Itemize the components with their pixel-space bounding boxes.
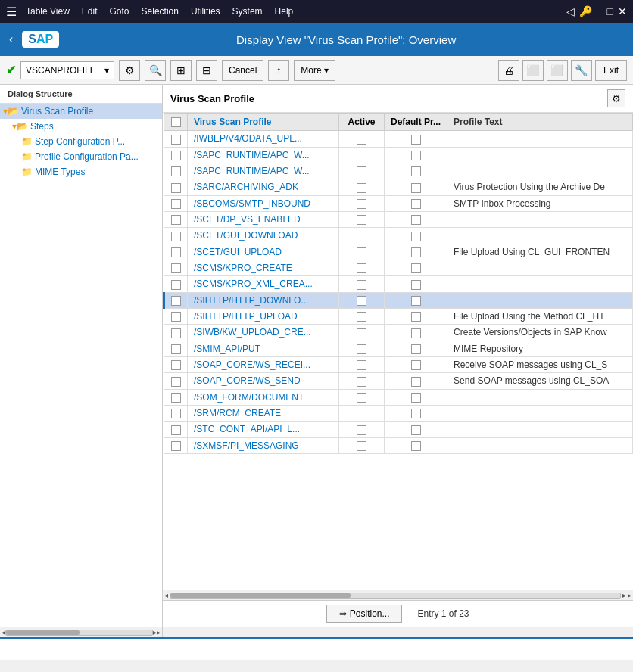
profile-input[interactable]	[26, 65, 101, 76]
row-checkbox[interactable]	[164, 292, 188, 308]
exit-button[interactable]: Exit	[595, 60, 627, 81]
row-checkbox[interactable]	[164, 147, 188, 163]
row-default[interactable]	[385, 341, 447, 356]
row-checkbox[interactable]	[164, 131, 188, 147]
back-icon[interactable]: ◁	[566, 5, 575, 17]
menu-utilities[interactable]: Utilities	[191, 6, 220, 17]
row-default[interactable]	[385, 179, 447, 195]
table-row[interactable]: /SBCOMS/SMTP_INBOUNDSMTP Inbox Processin…	[164, 195, 633, 211]
row-default[interactable]	[385, 163, 447, 179]
row-active[interactable]	[339, 244, 385, 260]
row-active[interactable]	[339, 308, 385, 324]
table-row[interactable]: /SIWB/KW_UPLOAD_CRE...Create Versions/Ob…	[164, 325, 633, 341]
sidebar-item-virus-scan-profile[interactable]: ▾📂 Virus Scan Profile	[0, 104, 162, 119]
table-row[interactable]: /SMIM_API/PUTMIME Repository	[164, 341, 633, 356]
row-active[interactable]	[339, 163, 385, 179]
toolbar-btn5[interactable]: ⬜	[522, 60, 544, 81]
row-default[interactable]	[385, 389, 447, 405]
row-default[interactable]	[385, 356, 447, 372]
col-header-text[interactable]: Profile Text	[447, 114, 633, 131]
row-default[interactable]	[385, 228, 447, 244]
confirm-icon[interactable]: ✔	[6, 63, 16, 77]
row-checkbox[interactable]	[164, 244, 188, 260]
col-header-active[interactable]: Active	[339, 114, 385, 131]
table-row[interactable]: /SAPC_RUNTIME/APC_W...	[164, 163, 633, 179]
row-checkbox[interactable]	[164, 356, 188, 372]
row-default[interactable]	[385, 325, 447, 341]
row-default[interactable]	[385, 292, 447, 308]
table-row[interactable]: /SCET/DP_VS_ENABLED	[164, 211, 633, 227]
table-row[interactable]: /STC_CONT_API/API_L...	[164, 422, 633, 437]
row-active[interactable]	[339, 147, 385, 163]
menu-table-view[interactable]: Table View	[26, 6, 70, 17]
table-row[interactable]: /SIHTTP/HTTP_UPLOADFile Upload Using the…	[164, 308, 633, 324]
position-button[interactable]: ⇒ Position...	[326, 605, 402, 623]
toolbar-grid-btn[interactable]: ⊞	[170, 60, 192, 81]
row-checkbox[interactable]	[164, 389, 188, 405]
row-default[interactable]	[385, 147, 447, 163]
close-icon[interactable]: ✕	[618, 5, 627, 17]
scroll-thumb[interactable]	[170, 593, 351, 598]
table-row[interactable]: /SCMS/KPRO_XML_CREA...	[164, 276, 633, 292]
row-active[interactable]	[339, 131, 385, 147]
row-checkbox[interactable]	[164, 211, 188, 227]
toolbar-split-btn[interactable]: ⊟	[196, 60, 217, 81]
row-active[interactable]	[339, 195, 385, 211]
row-default[interactable]	[385, 195, 447, 211]
menu-help[interactable]: Help	[275, 6, 294, 17]
row-active[interactable]	[339, 179, 385, 195]
row-checkbox[interactable]	[164, 325, 188, 341]
sidebar-h-scrollbar[interactable]: ◂ ▸ ▸	[0, 627, 163, 637]
table-row[interactable]: /SXMSF/PI_MESSAGING	[164, 437, 633, 453]
cancel-button[interactable]: Cancel	[222, 60, 263, 81]
table-row[interactable]: /SCET/GUI_UPLOADFile Upload Using CL_GUI…	[164, 244, 633, 260]
table-row[interactable]: /SIHTTP/HTTP_DOWNLO...	[164, 292, 633, 308]
toolbar-wrench-btn[interactable]: 🔧	[571, 60, 592, 81]
sidebar-item-step-config[interactable]: 📁 Step Configuration P...	[0, 134, 162, 149]
scroll-right2-icon[interactable]: ▸	[628, 591, 631, 599]
scroll-right-icon[interactable]: ▸	[622, 591, 626, 599]
col-header-default[interactable]: Default Pr...	[385, 114, 447, 131]
row-default[interactable]	[385, 437, 447, 453]
sidebar-item-mime-types[interactable]: 📁 MIME Types	[0, 164, 162, 179]
sidebar-scroll-track[interactable]	[5, 630, 153, 636]
row-active[interactable]	[339, 356, 385, 372]
row-active[interactable]	[339, 437, 385, 453]
maximize-icon[interactable]: □	[607, 5, 613, 17]
row-active[interactable]	[339, 276, 385, 292]
table-row[interactable]: /SOM_FORM/DOCUMENT	[164, 389, 633, 405]
minimize-icon[interactable]: _	[597, 5, 603, 17]
row-active[interactable]	[339, 292, 385, 308]
row-default[interactable]	[385, 422, 447, 437]
scroll-left-icon[interactable]: ◂	[164, 591, 168, 599]
toolbar-search-btn[interactable]: 🔍	[145, 60, 166, 81]
row-active[interactable]	[339, 341, 385, 356]
row-checkbox[interactable]	[164, 308, 188, 324]
row-checkbox[interactable]	[164, 422, 188, 437]
row-checkbox[interactable]	[164, 373, 188, 389]
table-row[interactable]: /SRM/RCM_CREATE	[164, 405, 633, 421]
table-row[interactable]: /SARC/ARCHIVING_ADKVirus Protection Usin…	[164, 179, 633, 195]
row-default[interactable]	[385, 260, 447, 275]
toolbar-upload-btn[interactable]: ↑	[268, 60, 289, 81]
row-active[interactable]	[339, 260, 385, 275]
toolbar-settings-btn[interactable]: ⚙	[119, 60, 140, 81]
col-header-profile[interactable]: Virus Scan Profile	[188, 114, 339, 131]
table-h-scrollbar[interactable]: ◂ ▸ ▸	[163, 590, 633, 600]
row-default[interactable]	[385, 405, 447, 421]
row-active[interactable]	[339, 228, 385, 244]
table-row[interactable]: /SOAP_CORE/WS_SENDSend SOAP messages usi…	[164, 373, 633, 389]
table-row[interactable]: /SAPC_RUNTIME/APC_W...	[164, 147, 633, 163]
hamburger-menu-icon[interactable]: ☰	[6, 5, 17, 19]
row-default[interactable]	[385, 276, 447, 292]
table-row[interactable]: /SCET/GUI_DOWNLOAD	[164, 228, 633, 244]
dropdown-arrow-icon[interactable]: ▾	[104, 65, 109, 76]
table-row[interactable]: /SCMS/KPRO_CREATE	[164, 260, 633, 275]
row-active[interactable]	[339, 211, 385, 227]
row-default[interactable]	[385, 244, 447, 260]
scroll-track[interactable]	[170, 593, 621, 599]
row-default[interactable]	[385, 373, 447, 389]
toolbar-btn6[interactable]: ⬜	[547, 60, 568, 81]
sidebar-scroll-right2-icon[interactable]: ▸	[157, 628, 161, 636]
menu-selection[interactable]: Selection	[142, 6, 179, 17]
